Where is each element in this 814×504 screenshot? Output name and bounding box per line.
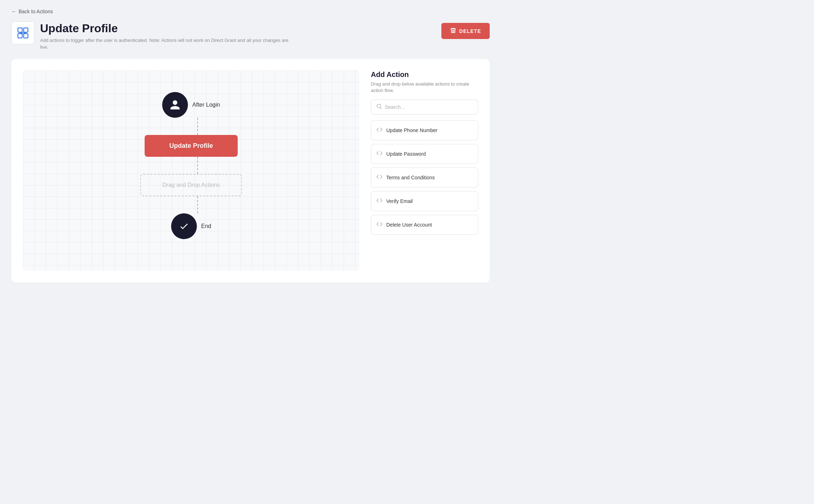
svg-rect-0 (18, 28, 22, 32)
action-item[interactable]: Update Phone Number (371, 120, 478, 140)
svg-rect-2 (18, 34, 22, 38)
back-arrow-icon: ← (11, 9, 16, 14)
page-title: Update Profile (40, 21, 291, 35)
page-icon (11, 21, 34, 44)
code-icon (376, 221, 383, 229)
svg-line-8 (380, 107, 381, 108)
end-node-row: End (171, 213, 211, 239)
code-icon (376, 174, 383, 181)
connector-3 (197, 196, 198, 213)
delete-button[interactable]: DELETE (441, 23, 490, 39)
back-link-label: Back to Actions (19, 9, 53, 14)
page-description: Add actions to trigger after the user is… (40, 37, 291, 50)
search-input[interactable] (385, 104, 473, 110)
trash-icon (450, 27, 456, 35)
svg-rect-3 (24, 34, 28, 38)
action-item-label: Verify Email (386, 198, 413, 204)
back-link[interactable]: ← Back to Actions (11, 9, 53, 14)
action-item-label: Update Password (386, 151, 426, 157)
action-list: Update Phone Number Update Password Term… (371, 120, 478, 235)
code-icon (376, 197, 383, 205)
connector-2 (197, 157, 198, 174)
search-icon (376, 103, 382, 111)
action-node-label: Update Profile (169, 142, 213, 149)
start-node (162, 92, 188, 118)
code-icon (376, 126, 383, 134)
page-header: Update Profile Add actions to trigger af… (11, 21, 490, 50)
sidebar-title: Add Action (371, 71, 478, 79)
action-item-label: Delete User Account (386, 222, 432, 228)
flow-content: After Login Update Profile Drag and Drop… (23, 71, 359, 239)
start-node-label: After Login (192, 102, 220, 108)
header-left: Update Profile Add actions to trigger af… (11, 21, 291, 50)
start-node-row: After Login (162, 92, 220, 118)
code-icon (376, 150, 383, 158)
drop-zone[interactable]: Drag and Drop Actions (140, 174, 242, 196)
delete-button-label: DELETE (459, 28, 481, 34)
end-node (171, 213, 197, 239)
sidebar-description: Drag and drop below available actions to… (371, 81, 478, 94)
svg-rect-1 (24, 28, 28, 32)
action-node[interactable]: Update Profile (145, 135, 238, 157)
action-item[interactable]: Terms and Conditions (371, 168, 478, 188)
action-item[interactable]: Update Password (371, 144, 478, 164)
connector-1 (197, 118, 198, 135)
action-sidebar: Add Action Drag and drop below available… (371, 71, 478, 271)
header-text: Update Profile Add actions to trigger af… (40, 21, 291, 50)
drop-zone-label: Drag and Drop Actions (163, 182, 220, 188)
main-card: After Login Update Profile Drag and Drop… (11, 59, 490, 282)
action-item-label: Terms and Conditions (386, 175, 435, 180)
action-item[interactable]: Verify Email (371, 191, 478, 211)
action-item-label: Update Phone Number (386, 127, 437, 133)
action-item[interactable]: Delete User Account (371, 215, 478, 235)
flow-canvas: After Login Update Profile Drag and Drop… (23, 71, 359, 271)
end-node-label: End (201, 223, 211, 229)
search-box[interactable] (371, 100, 478, 115)
